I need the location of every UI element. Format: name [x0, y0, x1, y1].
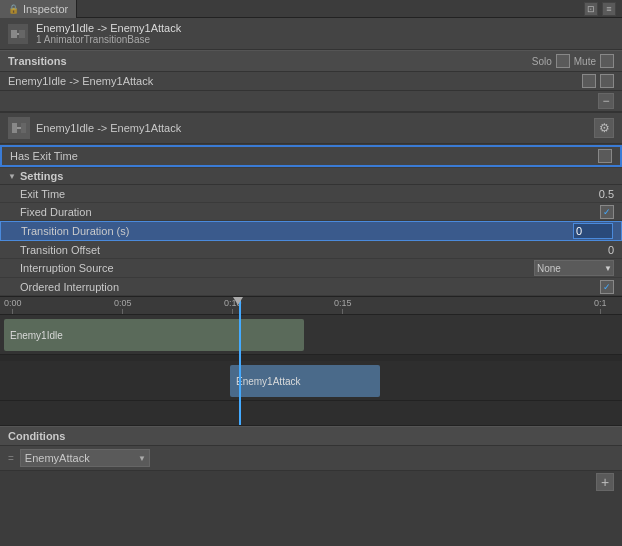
track-block-idle: Enemy1Idle [4, 319, 304, 351]
settings-triangle: ▼ [8, 172, 16, 181]
mute-label: Mute [574, 56, 596, 67]
conditions-section: Conditions = EnemyAttack EnemyIdle Enemy… [0, 426, 622, 493]
ruler-tick-3: 0:15 [334, 298, 352, 314]
tab-label: Inspector [23, 3, 68, 15]
playhead-marker [233, 297, 243, 305]
condition-row: = EnemyAttack EnemyIdle EnemyDead ▼ [0, 446, 622, 471]
ruler-tick-4: 0:1 [594, 298, 607, 314]
solo-label: Solo [532, 56, 552, 67]
timeline-tracks: Enemy1Idle Enemy1Attack [0, 315, 622, 426]
transitions-section-header: Transitions Solo Mute [0, 50, 622, 72]
transition-solo-check[interactable] [582, 74, 596, 88]
remove-transition-button[interactable]: − [598, 93, 614, 109]
header-text: Enemy1Idle -> Enemy1Attack 1 AnimatorTra… [36, 22, 181, 45]
interruption-source-select[interactable]: None [534, 260, 614, 276]
transition-detail-label: Enemy1Idle -> Enemy1Attack [36, 122, 181, 134]
header-area: Enemy1Idle -> Enemy1Attack 1 AnimatorTra… [0, 18, 622, 50]
track-row-1: Enemy1Idle [0, 315, 622, 355]
transition-detail-row: Enemy1Idle -> Enemy1Attack ⚙ [0, 113, 622, 144]
ruler-line-1 [122, 309, 123, 314]
ruler-line-3 [342, 309, 343, 314]
transition-offset-row: Transition Offset 0 [0, 241, 622, 259]
fixed-duration-checkbox[interactable] [600, 205, 614, 219]
ruler-tick-0: 0:00 [4, 298, 22, 314]
ruler-label-3: 0:15 [334, 298, 352, 308]
svg-rect-3 [12, 123, 17, 133]
track-block-attack: Enemy1Attack [230, 365, 380, 397]
transition-duration-label: Transition Duration (s) [21, 225, 573, 237]
ruler-label-4: 0:1 [594, 298, 607, 308]
svg-rect-0 [11, 30, 17, 38]
ruler-line-2 [232, 309, 233, 314]
fixed-duration-row: Fixed Duration [0, 203, 622, 221]
ruler-line-4 [600, 309, 601, 314]
maximize-button[interactable]: ⊡ [584, 2, 598, 16]
add-remove-row: + [0, 471, 622, 493]
ordered-interruption-row: Ordered Interruption [0, 278, 622, 296]
has-exit-label: Has Exit Time [10, 150, 598, 162]
menu-button[interactable]: ≡ [602, 2, 616, 16]
ordered-interruption-label: Ordered Interruption [20, 281, 600, 293]
mute-checkbox[interactable] [600, 54, 614, 68]
exit-time-row: Exit Time 0.5 [0, 185, 622, 203]
ruler-label-0: 0:00 [4, 298, 22, 308]
transition-item-label: Enemy1Idle -> Enemy1Attack [8, 75, 578, 87]
timeline-ruler: 0:00 0:05 0:10 0:15 0:1 [0, 297, 622, 315]
transition-offset-value: 0 [574, 244, 614, 256]
interruption-source-row: Interruption Source None ▼ [0, 259, 622, 278]
add-condition-button[interactable]: + [596, 473, 614, 491]
ruler-label-1: 0:05 [114, 298, 132, 308]
transitions-title: Transitions [8, 55, 532, 67]
settings-title: Settings [20, 170, 63, 182]
interruption-source-label: Interruption Source [20, 262, 534, 274]
header-subtitle: 1 AnimatorTransitionBase [36, 34, 181, 45]
transition-duration-input[interactable] [573, 223, 613, 239]
ordered-interruption-checkbox[interactable] [600, 280, 614, 294]
svg-rect-1 [19, 30, 25, 38]
transition-offset-label: Transition Offset [20, 244, 574, 256]
timeline-container: 0:00 0:05 0:10 0:15 0:1 Enemy1Idle [0, 296, 622, 426]
conditions-header: Conditions [0, 426, 622, 446]
svg-rect-4 [21, 123, 26, 133]
solo-checkbox[interactable] [556, 54, 570, 68]
condition-select[interactable]: EnemyAttack EnemyIdle EnemyDead [20, 449, 150, 467]
exit-time-label: Exit Time [20, 188, 574, 200]
ruler-line-0 [12, 309, 13, 314]
settings-gear-button[interactable]: ⚙ [594, 118, 614, 138]
interruption-source-select-wrapper: None ▼ [534, 260, 614, 276]
inspector-tab[interactable]: 🔒 Inspector [0, 0, 77, 18]
transition-duration-row: Transition Duration (s) [0, 221, 622, 241]
equals-icon: = [8, 453, 14, 464]
track-idle-label: Enemy1Idle [10, 330, 63, 341]
settings-header: ▼ Settings [0, 168, 622, 185]
header-title: Enemy1Idle -> Enemy1Attack [36, 22, 181, 34]
tab-bar: 🔒 Inspector ⊡ ≡ [0, 0, 622, 18]
exit-time-value: 0.5 [574, 188, 614, 200]
playhead-line [239, 297, 241, 426]
transition-detail-icon [8, 117, 30, 139]
conditions-title: Conditions [8, 430, 65, 442]
transition-mute-check[interactable] [600, 74, 614, 88]
tab-controls: ⊡ ≡ [584, 2, 622, 16]
has-exit-checkbox[interactable] [598, 149, 612, 163]
track-row-2: Enemy1Attack [0, 361, 622, 401]
fixed-duration-label: Fixed Duration [20, 206, 600, 218]
transition-list-row[interactable]: Enemy1Idle -> Enemy1Attack [0, 72, 622, 91]
transition-icon [8, 24, 28, 44]
lock-icon: 🔒 [8, 4, 19, 14]
track-attack-label: Enemy1Attack [236, 376, 300, 387]
has-exit-time-row: Has Exit Time [0, 145, 622, 167]
ruler-tick-1: 0:05 [114, 298, 132, 314]
condition-select-wrapper: EnemyAttack EnemyIdle EnemyDead ▼ [20, 449, 150, 467]
